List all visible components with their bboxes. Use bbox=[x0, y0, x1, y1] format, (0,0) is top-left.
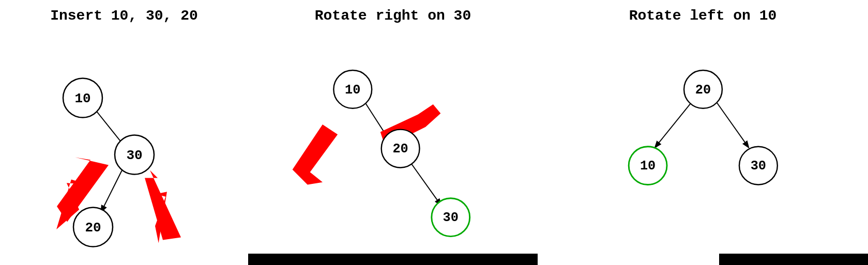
svg-text:30: 30 bbox=[443, 210, 459, 225]
section-insert: Insert 10, 30, 20 bbox=[0, 0, 248, 265]
section-2-title: Rotate right on 30 bbox=[315, 8, 471, 24]
svg-text:10: 10 bbox=[640, 159, 656, 174]
svg-text:10: 10 bbox=[74, 91, 90, 106]
svg-marker-5 bbox=[145, 170, 181, 240]
svg-text:20: 20 bbox=[695, 83, 711, 98]
svg-text:10: 10 bbox=[345, 83, 360, 98]
svg-line-13 bbox=[407, 158, 440, 205]
section-3-title: Rotate left on 10 bbox=[629, 8, 777, 24]
section-1-title: Insert 10, 30, 20 bbox=[50, 8, 198, 24]
svg-text:30: 30 bbox=[126, 148, 142, 163]
black-bar-section2 bbox=[248, 254, 538, 265]
svg-text:30: 30 bbox=[751, 159, 766, 174]
main-container: Insert 10, 30, 20 bbox=[0, 0, 868, 265]
tree-svg-3: 20 10 30 bbox=[538, 34, 868, 265]
section-rotate-right: Rotate right on 30 bbox=[248, 0, 538, 265]
svg-marker-14 bbox=[293, 124, 338, 185]
section-rotate-left: Rotate left on 10 20 10 bbox=[538, 0, 868, 265]
svg-text:20: 20 bbox=[85, 220, 101, 236]
svg-line-23 bbox=[713, 97, 748, 147]
red-arrow-2 bbox=[145, 170, 181, 240]
tree-area-3: 20 10 30 bbox=[538, 34, 868, 265]
red-arrow-left bbox=[293, 124, 338, 185]
svg-line-22 bbox=[656, 97, 696, 147]
tree-area-2: 10 20 30 bbox=[248, 34, 538, 265]
black-bar-section3 bbox=[719, 254, 868, 265]
tree-area-1: 10 30 20 bbox=[0, 34, 248, 265]
svg-text:20: 20 bbox=[392, 142, 408, 157]
tree-svg-1: 10 30 20 bbox=[0, 34, 248, 265]
tree-svg-2: 10 20 30 bbox=[248, 34, 538, 265]
